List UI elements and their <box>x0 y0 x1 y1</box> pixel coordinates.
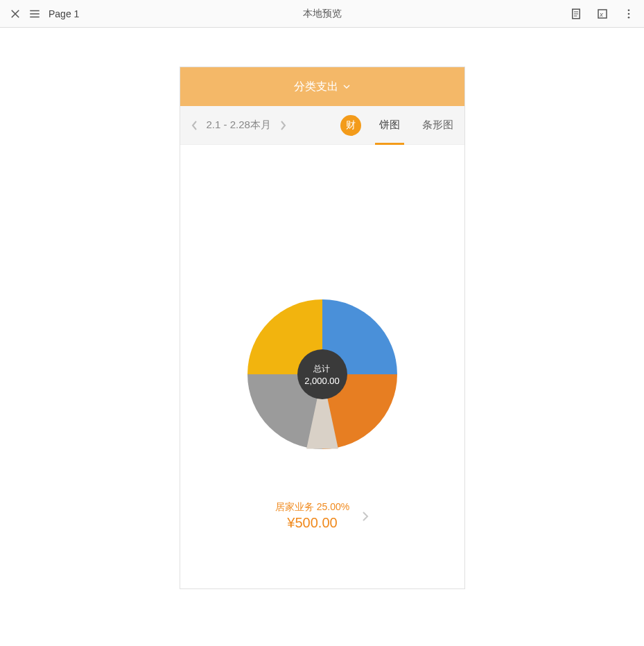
preview-viewport[interactable]: 分类支出 2.1 - 2.28本月 财 饼图 条形图 总计 2,000.00 <box>0 28 644 646</box>
more-vert-icon <box>623 8 635 20</box>
chevron-right-icon <box>362 511 369 522</box>
svg-point-3 <box>628 9 630 11</box>
menu-icon <box>28 8 41 20</box>
more-button[interactable] <box>619 4 638 24</box>
close-icon <box>9 8 21 20</box>
fx-icon: x <box>596 8 609 20</box>
filter-bar: 2.1 - 2.28本月 财 饼图 条形图 <box>180 106 464 145</box>
detail-percent: 25.00% <box>317 501 349 512</box>
next-period-button[interactable] <box>278 121 288 130</box>
finance-badge[interactable]: 财 <box>340 115 361 136</box>
close-button[interactable] <box>6 4 25 24</box>
svg-text:x: x <box>599 10 603 17</box>
chart-area: 总计 2,000.00 居家业务 25.00% ¥500.00 <box>180 145 464 588</box>
page-label: Page 1 <box>49 8 79 19</box>
variables-button[interactable]: x <box>593 4 612 24</box>
window-title: 本地预览 <box>303 8 342 20</box>
device-frame: 分类支出 2.1 - 2.28本月 财 饼图 条形图 总计 2,000.00 <box>180 67 465 589</box>
chevron-down-icon <box>342 82 351 91</box>
document-icon <box>570 8 582 20</box>
chevron-right-icon <box>279 121 286 130</box>
tab-pie[interactable]: 饼图 <box>378 106 401 145</box>
app-header-dropdown[interactable]: 分类支出 <box>180 67 464 106</box>
app-header-title: 分类支出 <box>294 80 338 94</box>
date-range-label[interactable]: 2.1 - 2.28本月 <box>207 119 271 132</box>
svg-point-6 <box>297 349 347 399</box>
detail-name: 居家业务 <box>275 501 314 512</box>
prev-period-button[interactable] <box>190 121 200 130</box>
selected-slice-detail[interactable]: 居家业务 25.00% ¥500.00 <box>275 501 369 531</box>
ide-toolbar: Page 1 本地预览 x <box>0 0 644 28</box>
chevron-left-icon <box>191 121 198 130</box>
detail-amount: ¥500.00 <box>275 515 349 531</box>
menu-button[interactable] <box>25 4 44 24</box>
outline-button[interactable] <box>566 4 586 24</box>
svg-point-5 <box>628 16 630 18</box>
svg-point-4 <box>628 12 630 15</box>
donut-chart[interactable]: 总计 2,000.00 <box>245 297 399 451</box>
tab-bar[interactable]: 条形图 <box>421 106 455 145</box>
donut-svg <box>245 297 399 451</box>
